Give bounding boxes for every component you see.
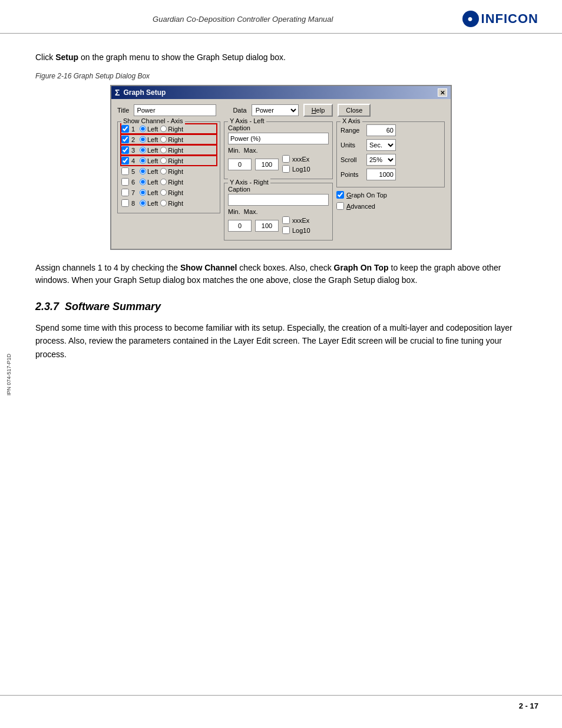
logo-icon: ● bbox=[462, 11, 479, 27]
logo-text: INFICON bbox=[481, 11, 538, 27]
graph-on-top-row: Graph On Top bbox=[336, 191, 445, 199]
y-axis-right-xxxex-checkbox[interactable] bbox=[282, 216, 290, 224]
y-axis-left-max-input[interactable] bbox=[255, 159, 279, 170]
channel-3-left-radio[interactable] bbox=[140, 147, 146, 153]
channel-7-right-radio[interactable] bbox=[160, 189, 167, 196]
units-label: Units bbox=[340, 141, 364, 149]
section-heading: 2.3.7 Software Summary bbox=[35, 301, 527, 313]
channel-5-right-radio-group: Right bbox=[160, 168, 183, 175]
desc-text-2: check boxes. Also, check bbox=[237, 263, 333, 272]
show-channel-title: Show Channel - Axis bbox=[121, 117, 185, 124]
dialog-titlebar: Σ Graph Setup ✕ bbox=[111, 86, 451, 99]
figure-caption: Figure 2-16 Graph Setup Dialog Box bbox=[35, 72, 527, 80]
channel-4-left-label: Left bbox=[147, 157, 158, 164]
channel-6-num: 6 bbox=[131, 179, 137, 186]
channel-6-right-radio[interactable] bbox=[160, 179, 167, 185]
header-title: Guardian Co-Deposition Controller Operat… bbox=[24, 15, 462, 24]
channel-7-right-radio-group: Right bbox=[160, 189, 183, 196]
intro-text-after: on the graph menu to show the Graph Setu… bbox=[78, 52, 286, 62]
channel-8-left-radio-group: Left bbox=[140, 200, 158, 207]
show-channel-axis-column: Show Channel - Axis 1 Left Right bbox=[117, 121, 220, 244]
y-axis-right-inputs-row: xxxEx Log10 bbox=[228, 216, 329, 235]
units-select[interactable]: Sec. bbox=[366, 139, 396, 151]
channel-5-right-radio[interactable] bbox=[160, 168, 167, 174]
channel-1-right-label: Right bbox=[168, 126, 183, 133]
intro-text-before: Click bbox=[35, 52, 55, 62]
channel-2-left-radio[interactable] bbox=[140, 136, 146, 143]
advanced-label: Advanced bbox=[346, 203, 375, 210]
y-axis-right-log10-checkbox[interactable] bbox=[282, 226, 290, 234]
channel-2-right-label: Right bbox=[168, 136, 183, 143]
y-axis-left-min-input[interactable] bbox=[228, 159, 252, 170]
x-axis-group: X Axis Range Units Sec. Scroll bbox=[336, 121, 445, 187]
channel-7-checkbox[interactable] bbox=[121, 189, 129, 196]
y-axis-right-max-input[interactable] bbox=[255, 220, 279, 232]
y-axis-left-log10-checkbox[interactable] bbox=[282, 165, 290, 173]
range-input[interactable] bbox=[366, 124, 396, 136]
channel-row-5: 5 Left Right bbox=[121, 167, 216, 176]
y-axis-left-xxxex-checkbox[interactable] bbox=[282, 155, 290, 163]
channel-8-checkbox[interactable] bbox=[121, 199, 129, 207]
channel-2-checkbox[interactable] bbox=[121, 136, 129, 143]
channel-2-right-radio[interactable] bbox=[160, 136, 167, 143]
y-axis-left-caption-input[interactable] bbox=[228, 133, 329, 144]
channel-7-left-radio[interactable] bbox=[140, 189, 146, 196]
data-label: Data bbox=[233, 107, 246, 114]
channel-3-right-radio[interactable] bbox=[160, 147, 167, 153]
page-footer: 2 - 17 bbox=[0, 695, 562, 716]
y-axis-right-log10-row: Log10 bbox=[282, 226, 310, 234]
channel-4-right-radio[interactable] bbox=[160, 157, 167, 164]
data-select[interactable]: Power bbox=[252, 104, 299, 116]
channel-2-right-radio-group: Right bbox=[160, 136, 183, 143]
channel-4-checkbox[interactable] bbox=[121, 157, 129, 164]
graph-on-top-checkbox[interactable] bbox=[336, 191, 344, 199]
channel-6-left-radio[interactable] bbox=[140, 179, 146, 185]
channel-4-left-radio[interactable] bbox=[140, 157, 146, 164]
sigma-icon: Σ bbox=[115, 88, 120, 97]
channel-8-left-radio[interactable] bbox=[140, 200, 146, 206]
channel-8-left-label: Left bbox=[147, 200, 158, 207]
channel-6-checkbox[interactable] bbox=[121, 178, 129, 186]
y-axis-right-max-label: Max. bbox=[244, 208, 258, 215]
x-axis-column: X Axis Range Units Sec. Scroll bbox=[336, 121, 445, 244]
channel-row-3: 3 Left Right bbox=[121, 146, 216, 154]
title-input[interactable] bbox=[134, 104, 216, 116]
channel-3-left-label: Left bbox=[147, 147, 158, 154]
channel-8-right-radio[interactable] bbox=[160, 200, 167, 206]
channel-3-right-label: Right bbox=[168, 147, 183, 154]
y-axis-left-min-label: Min. bbox=[228, 147, 240, 154]
dialog-title: Graph Setup bbox=[123, 88, 166, 97]
advanced-checkbox[interactable] bbox=[336, 202, 344, 210]
channel-5-checkbox[interactable] bbox=[121, 167, 129, 175]
channel-7-left-radio-group: Left bbox=[140, 189, 158, 196]
channel-1-right-radio[interactable] bbox=[160, 126, 167, 132]
y-axis-right-min-input[interactable] bbox=[228, 220, 252, 232]
y-axis-left-xxxex-label: xxxEx bbox=[292, 156, 309, 163]
channel-5-num: 5 bbox=[131, 168, 137, 175]
channel-8-right-label: Right bbox=[168, 200, 183, 207]
y-axis-left-inputs-row: xxxEx Log10 bbox=[228, 155, 329, 174]
channel-1-checkbox[interactable] bbox=[121, 125, 129, 133]
channel-4-right-radio-group: Right bbox=[160, 157, 183, 164]
y-axis-right-xxxex-label: xxxEx bbox=[292, 217, 309, 224]
channel-2-left-label: Left bbox=[147, 136, 158, 143]
titlebar-close-button[interactable]: ✕ bbox=[438, 88, 447, 97]
channel-1-left-radio[interactable] bbox=[140, 126, 146, 132]
points-input[interactable] bbox=[366, 169, 396, 180]
channel-5-left-radio[interactable] bbox=[140, 168, 146, 174]
points-row: Points bbox=[340, 169, 441, 180]
scroll-select[interactable]: 25% bbox=[366, 154, 396, 166]
help-button[interactable]: Help bbox=[303, 104, 333, 117]
channel-4-num: 4 bbox=[131, 157, 137, 164]
channel-row-4: 4 Left Right bbox=[121, 156, 216, 165]
channel-3-checkbox[interactable] bbox=[121, 146, 129, 154]
description-paragraph: Assign channels 1 to 4 by checking the S… bbox=[35, 262, 527, 286]
y-axis-column: Y Axis - Left Caption Min. Max. bbox=[224, 121, 333, 244]
show-channel-group: Show Channel - Axis 1 Left Right bbox=[117, 121, 220, 213]
channel-row-2: 2 Left Right bbox=[121, 135, 216, 144]
close-button[interactable]: Close bbox=[338, 104, 371, 117]
main-content: Click Setup on the graph menu to show th… bbox=[0, 34, 562, 390]
channel-4-right-label: Right bbox=[168, 157, 183, 164]
channel-6-left-radio-group: Left bbox=[140, 179, 158, 186]
y-axis-right-caption-input[interactable] bbox=[228, 194, 329, 206]
